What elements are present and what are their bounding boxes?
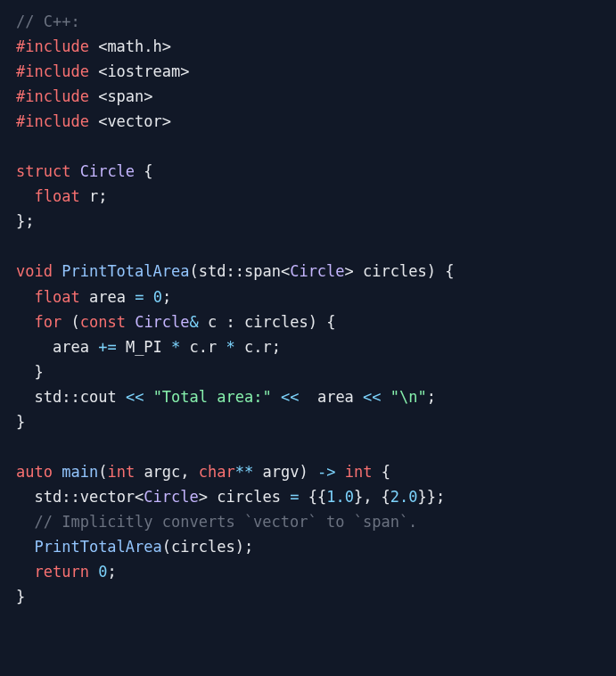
param-argv: argv <box>263 463 300 481</box>
literal-two: 2.0 <box>390 488 418 506</box>
literal-zero: 0 <box>98 563 107 581</box>
brace-close-semi: }; <box>16 212 34 230</box>
semicolon: ; <box>272 338 281 356</box>
member-r: r <box>263 338 272 356</box>
init-open: {{ <box>308 488 326 506</box>
include-directive: #include <box>16 62 89 80</box>
include-path: <math.h> <box>98 37 171 55</box>
init-close: }} <box>418 488 436 506</box>
op-mul: * <box>171 338 180 356</box>
span-template: span <box>244 262 281 280</box>
angle-close: > <box>345 262 354 280</box>
type-circle: Circle <box>80 162 135 180</box>
keyword-auto: auto <box>16 463 53 481</box>
member-r: r <box>89 187 98 205</box>
dot: . <box>253 338 262 356</box>
func-main: main <box>62 463 98 481</box>
semicolon: ; <box>244 538 253 556</box>
include-directive: #include <box>16 37 89 55</box>
var-circles: circles <box>217 488 281 506</box>
keyword-float: float <box>34 288 79 306</box>
keyword-for: for <box>34 313 62 331</box>
var-c: c <box>208 313 217 331</box>
comment-line: // Implicitly converts `vector` to `span… <box>34 513 417 531</box>
cout: cout <box>80 388 117 406</box>
op-stream: << <box>126 388 144 406</box>
rparen: ) <box>427 262 436 280</box>
semicolon: ; <box>436 488 445 506</box>
var-circles: circles <box>244 313 308 331</box>
include-directive: #include <box>16 112 89 130</box>
param-circles: circles <box>363 262 427 280</box>
op-arrow: -> <box>317 463 335 481</box>
keyword-struct: struct <box>16 162 70 180</box>
rparen: ) <box>299 463 308 481</box>
lparen: ( <box>190 262 199 280</box>
scope-op: :: <box>62 488 79 506</box>
op-assign: = <box>135 288 144 306</box>
keyword-int: int <box>345 463 373 481</box>
type-circle: Circle <box>135 313 189 331</box>
scope-op: :: <box>226 262 243 280</box>
code-block: // C++: #include <math.h> #include <iost… <box>16 9 600 609</box>
vector-template: vector <box>80 488 135 506</box>
angle-close: > <box>199 488 208 506</box>
call-print-total-area: PrintTotalArea <box>34 538 161 556</box>
var-c: c <box>244 338 253 356</box>
keyword-float: float <box>34 187 79 205</box>
ns-std: std <box>34 388 62 406</box>
var-area: area <box>89 288 126 306</box>
op-stream: << <box>281 388 299 406</box>
dot: . <box>199 338 208 356</box>
ns-std: std <box>199 262 226 280</box>
type-circle: Circle <box>144 488 198 506</box>
lparen: ( <box>162 538 171 556</box>
member-r: r <box>208 338 217 356</box>
angle-open: < <box>281 262 290 280</box>
keyword-int: int <box>107 463 135 481</box>
var-area: area <box>53 338 89 356</box>
semicolon: ; <box>98 187 107 205</box>
arg-circles: circles <box>171 538 235 556</box>
include-directive: #include <box>16 87 89 105</box>
param-argc: argc <box>144 463 180 481</box>
var-area: area <box>317 388 354 406</box>
op-mul: * <box>226 338 235 356</box>
func-print-total-area: PrintTotalArea <box>62 262 189 280</box>
brace-open: { <box>382 463 390 481</box>
angle-open: < <box>135 488 144 506</box>
lparen: ( <box>70 313 79 331</box>
include-path: <iostream> <box>98 62 189 80</box>
semicolon: ; <box>427 388 436 406</box>
type-circle: Circle <box>290 262 344 280</box>
comment-line: // C++: <box>16 12 80 30</box>
rparen: ) <box>235 538 244 556</box>
rparen: ) <box>308 313 317 331</box>
brace-close: } <box>34 363 43 381</box>
scope-op: :: <box>62 388 79 406</box>
string-total: "Total area:" <box>153 388 272 406</box>
const-mpi: M_PI <box>126 338 162 356</box>
string-newline: "\n" <box>390 388 427 406</box>
literal-one: 1.0 <box>326 488 354 506</box>
include-path: <span> <box>98 87 152 105</box>
op-ptr-ptr: ** <box>235 463 253 481</box>
keyword-const: const <box>80 313 126 331</box>
range-colon: : <box>226 313 235 331</box>
keyword-return: return <box>34 563 88 581</box>
init-sep: }, { <box>354 488 390 506</box>
brace-close: } <box>16 413 25 431</box>
brace-open: { <box>144 162 152 180</box>
include-path: <vector> <box>98 112 171 130</box>
op-assign: = <box>290 488 299 506</box>
brace-open: { <box>445 262 454 280</box>
ns-std: std <box>34 488 62 506</box>
brace-close: } <box>16 588 25 606</box>
op-ref: & <box>190 313 199 331</box>
literal-zero: 0 <box>153 288 162 306</box>
var-c: c <box>190 338 199 356</box>
op-stream: << <box>363 388 381 406</box>
semicolon: ; <box>107 563 116 581</box>
lparen: ( <box>98 463 107 481</box>
brace-open: { <box>326 313 335 331</box>
